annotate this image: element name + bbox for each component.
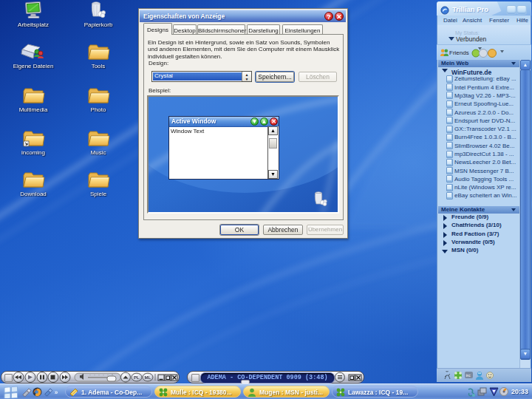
svg-text:»: » (55, 389, 58, 396)
svg-text:PL: PL (134, 375, 140, 380)
svg-text:ML: ML (145, 375, 151, 380)
svg-text:irc: irc (466, 373, 471, 378)
